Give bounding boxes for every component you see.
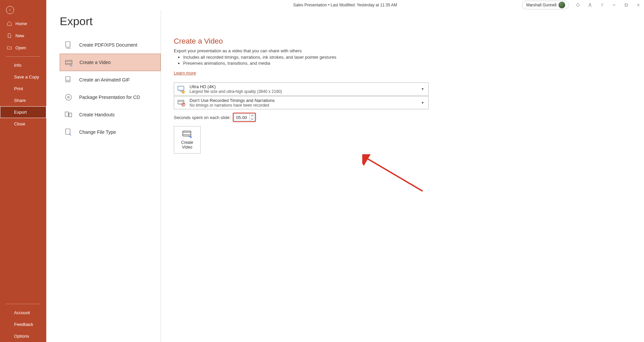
svg-rect-18 <box>178 100 184 104</box>
nav-close[interactable]: Close <box>0 118 46 130</box>
svg-line-25 <box>366 158 423 191</box>
nav-label: New <box>15 33 24 38</box>
main-area: Create PDF/XPS Document Create a Video G… <box>46 10 644 342</box>
nav-options[interactable]: Options <box>0 330 46 342</box>
nav-info[interactable]: Info <box>0 59 46 71</box>
title-bar: Sales Presentation • Last Modified: Yest… <box>46 0 644 10</box>
person-icon[interactable] <box>587 2 593 8</box>
home-icon <box>7 21 12 26</box>
svg-rect-16 <box>66 129 70 134</box>
detail-heading: Create a Video <box>174 37 634 46</box>
divider <box>6 304 40 304</box>
create-video-label: Create Video <box>181 140 193 150</box>
learn-more-link[interactable]: Learn more <box>174 70 196 75</box>
diamond-icon[interactable] <box>575 2 581 8</box>
spinner-up[interactable] <box>250 114 255 117</box>
nav-print[interactable]: Print <box>0 83 46 95</box>
monitor-star-icon <box>177 84 186 94</box>
svg-point-1 <box>602 6 602 6</box>
back-button[interactable] <box>6 6 14 14</box>
chevron-down-icon: ▼ <box>421 101 426 105</box>
export-option-label: Create an Animated GIF <box>79 77 130 82</box>
seconds-label: Seconds spent on each slide: <box>174 115 231 120</box>
cd-icon <box>64 93 73 102</box>
film-icon <box>64 58 73 67</box>
export-options-list: Create PDF/XPS Document Create a Video G… <box>46 10 161 342</box>
gif-icon: GIF <box>64 75 73 84</box>
svg-point-13 <box>68 97 69 98</box>
nav-open[interactable]: Open <box>0 42 46 54</box>
seconds-row: Seconds spent on each slide: <box>174 113 634 122</box>
export-option-label: Create a Video <box>79 60 111 65</box>
user-name: Marshall Gunnell <box>526 3 556 7</box>
nav-new[interactable]: New <box>0 30 46 42</box>
nav-feedback[interactable]: Feedback <box>0 319 46 330</box>
svg-rect-3 <box>625 4 628 6</box>
svg-rect-17 <box>178 86 184 90</box>
backstage-sidebar: Home New Open Info Save a Copy Print Sha… <box>0 0 46 342</box>
export-option-package-cd[interactable]: Package Presentation for CD <box>60 89 161 106</box>
quality-dropdown[interactable]: Ultra HD (4K) Largest file size and ultr… <box>174 82 429 96</box>
timings-dropdown[interactable]: Don't Use Recorded Timings and Narration… <box>174 96 429 109</box>
bullet-item: Includes all recorded timings, narration… <box>183 55 634 60</box>
svg-rect-7 <box>65 60 72 65</box>
handouts-icon <box>64 110 73 119</box>
seconds-spinner[interactable] <box>234 114 255 121</box>
nav-save-a-copy[interactable]: Save a Copy <box>0 71 46 83</box>
avatar <box>558 2 565 8</box>
dropdown-desc: No timings or narrations have been recor… <box>190 103 421 108</box>
film-no-timing-icon <box>177 98 186 108</box>
document-title: Sales Presentation • Last Modified: Yest… <box>293 3 397 7</box>
user-chip[interactable]: Marshall Gunnell <box>522 1 569 9</box>
export-option-pdf[interactable]: Create PDF/XPS Document <box>60 36 161 54</box>
seconds-input[interactable] <box>234 114 250 121</box>
dropdown-desc: Largest file size and ultra-high quality… <box>190 89 421 94</box>
nav-share[interactable]: Share <box>0 95 46 106</box>
help-icon[interactable] <box>599 2 605 8</box>
svg-rect-22 <box>183 131 191 136</box>
file-icon <box>7 33 12 38</box>
svg-rect-6 <box>66 42 70 47</box>
highlight-annotation <box>233 113 256 122</box>
close-button[interactable] <box>635 2 641 8</box>
nav-home[interactable]: Home <box>0 17 46 30</box>
nav-label: Open <box>15 45 26 50</box>
pdf-icon <box>64 40 73 50</box>
nav-account[interactable]: Account <box>0 307 46 319</box>
create-video-button[interactable]: Create Video <box>174 126 201 154</box>
annotation-arrow <box>362 154 429 194</box>
export-option-gif[interactable]: GIF Create an Animated GIF <box>60 71 161 89</box>
export-option-label: Package Presentation for CD <box>79 95 140 100</box>
detail-bullets: Includes all recorded timings, narration… <box>183 55 634 66</box>
svg-text:GIF: GIF <box>66 79 70 82</box>
nav-label: Home <box>15 21 27 26</box>
detail-pane: Create a Video Export your presentation … <box>161 10 644 342</box>
export-option-change-file-type[interactable]: Change File Type <box>60 123 161 141</box>
maximize-button[interactable] <box>623 2 629 8</box>
divider <box>6 56 40 57</box>
film-arrow-icon <box>182 130 192 138</box>
folder-open-icon <box>7 45 12 50</box>
nav-export[interactable]: Export <box>0 106 46 118</box>
minimize-button[interactable] <box>611 2 617 8</box>
export-option-label: Create PDF/XPS Document <box>79 42 138 48</box>
change-file-type-icon <box>64 127 73 137</box>
spinner-down[interactable] <box>250 117 255 121</box>
dropdown-title: Don't Use Recorded Timings and Narration… <box>190 98 421 103</box>
svg-point-12 <box>65 94 71 100</box>
svg-point-0 <box>589 3 591 5</box>
export-option-label: Create Handouts <box>79 112 115 117</box>
svg-rect-15 <box>69 113 72 117</box>
export-option-handouts[interactable]: Create Handouts <box>60 106 161 123</box>
detail-subtitle: Export your presentation as a video that… <box>174 48 634 53</box>
export-option-video[interactable]: Create a Video <box>60 54 161 71</box>
dropdown-title: Ultra HD (4K) <box>190 84 421 89</box>
bullet-item: Preserves animations, transitions, and m… <box>183 61 634 66</box>
chevron-down-icon: ▼ <box>421 87 426 91</box>
export-option-label: Change File Type <box>79 129 116 135</box>
